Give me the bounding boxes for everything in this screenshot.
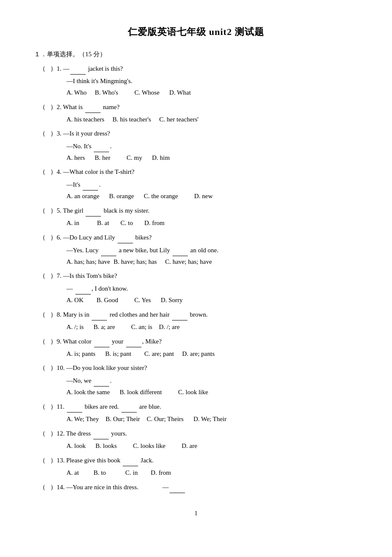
q6-paren: （ <box>34 232 50 243</box>
section-header: １．单项选择。（15 分） <box>34 50 358 58</box>
q6-options: A. has; has; have B. have; has; has C. h… <box>66 256 358 268</box>
q14-paren: （ <box>34 482 50 493</box>
question-11: （ ）11. bikes are red. are blue. A. We; T… <box>34 401 358 425</box>
q5-paren: （ <box>34 205 50 216</box>
question-12: （ ）12. The dress yours. A. look B. looks… <box>34 427 358 452</box>
q7-paren: （ <box>34 270 50 282</box>
q1-paren: （ <box>34 63 50 75</box>
q1-num: ）1. — jacket is this? <box>50 65 123 72</box>
question-10: （ ）10. —Do you look like your sister? —N… <box>34 362 358 398</box>
question-3: （ ）3. —Is it your dress? —No. It's . A. … <box>34 128 358 164</box>
q13-options: A. at B. to C. in D. from <box>66 467 358 479</box>
title-english: unit2 <box>206 26 235 37</box>
question-14: （ ）14. —You are nice in this dress. — <box>34 481 358 493</box>
q3-line2: —No. It's . <box>66 140 358 152</box>
question-1: （ ）1. — jacket is this? —I think it's Mi… <box>34 63 358 98</box>
q4-options: A. an orange B. orange C. the orange D. … <box>66 190 358 202</box>
q9-options: A. is; pants B. is; pant C. are; pant D.… <box>66 348 358 360</box>
q12-options: A. look B. looks C. looks like D. are <box>66 440 358 452</box>
q8-paren: （ <box>34 309 50 320</box>
q6-line2: —Yes. Lucy a new bike, but Lily an old o… <box>66 244 358 256</box>
question-6: （ ）6. —Do Lucy and Lily bikes? —Yes. Luc… <box>34 231 358 268</box>
q1-line2: —I think it's Mingming's. <box>66 75 358 87</box>
q7-options: A. OK B. Good C. Yes D. Sorry <box>66 294 358 306</box>
page-number: 1 <box>34 510 358 517</box>
question-7: （ ）7. —Is this Tom's bike? — , I don't k… <box>34 270 358 306</box>
q13-paren: （ <box>34 455 50 466</box>
q5-options: A. in B. at C. to D. from <box>66 217 358 229</box>
q2-options: A. his teachers B. his teacher's C. her … <box>66 114 358 125</box>
title: 仁爱版英语七年级 unit2 测试题 <box>34 26 358 38</box>
question-9: （ ）9. What color your , Mike? A. is; pan… <box>34 335 358 360</box>
q2-paren: （ <box>34 101 50 113</box>
question-2: （ ）2. What is name? A. his teachers B. h… <box>34 101 358 125</box>
q10-options: A. look the same B. look different C. lo… <box>66 387 358 398</box>
q1-options: A. Who B. Who's C. Whose D. What <box>66 87 358 98</box>
q4-paren: （ <box>34 166 50 178</box>
q11-paren: （ <box>34 401 50 413</box>
question-5: （ ）5. The girl black is my sister. A. in… <box>34 205 358 229</box>
q7-line2: — , I don't know. <box>66 283 358 294</box>
q10-paren: （ <box>34 362 50 374</box>
q4-line2: —It's . <box>66 179 358 190</box>
q3-paren: （ <box>34 128 50 139</box>
question-8: （ ）8. Mary is in red clothes and her hai… <box>34 309 358 333</box>
q10-line2: —No, we . <box>66 375 358 387</box>
q11-options: A. We; They B. Our; Their C. Our; Theirs… <box>66 413 358 425</box>
q9-paren: （ <box>34 336 50 347</box>
q8-options: A. /; is B. a; are C. an; is D. /; are <box>66 321 358 333</box>
title-suffix: 测试题 <box>235 26 264 37</box>
q12-paren: （ <box>34 428 50 439</box>
title-chinese: 仁爱版英语七年级 <box>128 26 206 37</box>
q3-options: A. hers B. her C. my D. him <box>66 152 358 164</box>
question-4: （ ）4. —What color is the T-shirt? —It's … <box>34 166 358 202</box>
question-13: （ ）13. Please give this book Jack. A. at… <box>34 454 358 479</box>
